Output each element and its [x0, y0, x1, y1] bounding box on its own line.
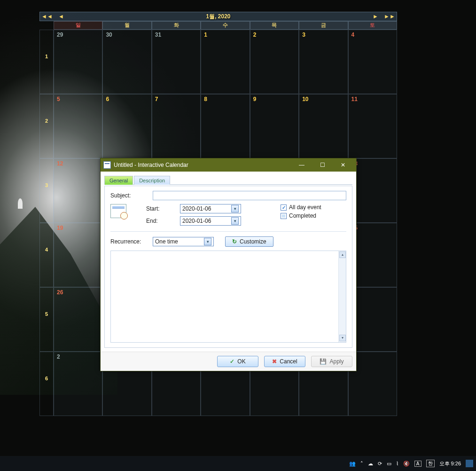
tray-people-icon[interactable]: 👥 — [349, 461, 356, 467]
dialog-titlebar[interactable]: Untitled - Interactive Calendar — ☐ ✕ — [101, 158, 356, 172]
cal-day-cell[interactable]: 7 — [152, 94, 201, 158]
ime-mode[interactable]: 한 — [426, 460, 435, 467]
notification-icon[interactable] — [466, 460, 473, 467]
cal-day-cell[interactable]: 2 — [54, 352, 102, 416]
scroll-up-icon[interactable]: ▴ — [339, 251, 346, 258]
start-date-input[interactable]: 2020-01-06 ▾ — [180, 204, 241, 213]
recurrence-list[interactable]: ▴ ▾ — [110, 251, 346, 343]
cal-dayname: 일 — [54, 21, 102, 30]
x-icon: ✖ — [272, 358, 277, 365]
scroll-down-icon[interactable]: ▾ — [339, 335, 346, 341]
scrollbar[interactable]: ▴ ▾ — [338, 251, 346, 342]
apply-button[interactable]: 💾 Apply — [311, 356, 352, 367]
tray-wifi-icon[interactable]: ⌇ — [396, 461, 398, 467]
tray-battery-icon[interactable]: ▭ — [387, 461, 391, 467]
cal-day-cell[interactable]: 6 — [102, 94, 151, 158]
dropdown-icon[interactable]: ▾ — [231, 217, 239, 225]
cal-next-button[interactable]: ► — [368, 13, 382, 20]
customize-button[interactable]: ↻ Customize — [225, 236, 273, 247]
completed-checkbox[interactable] — [281, 213, 287, 219]
calendar-icon — [110, 204, 126, 218]
end-label: End: — [146, 218, 180, 224]
end-date-input[interactable]: 2020-01-06 ▾ — [180, 216, 241, 226]
ime-lang[interactable]: A — [414, 461, 421, 467]
tab-general[interactable]: General — [104, 176, 133, 185]
cal-dayname: 목 — [250, 21, 299, 30]
recurrence-select[interactable]: One time ▾ — [153, 237, 214, 246]
cal-day-cell[interactable]: 9 — [250, 94, 299, 158]
taskbar: 👥 ˄ ☁ ⟳ ▭ ⌇ 🔇 A 한 오후 9:26 — [0, 456, 476, 471]
cal-week-number: 5 — [39, 287, 54, 352]
cal-prev-button[interactable]: ◄ — [54, 13, 68, 20]
cal-day-cell[interactable]: 8 — [201, 94, 250, 158]
cal-day-cell[interactable]: 12 — [54, 158, 102, 223]
subject-label: Subject: — [110, 192, 153, 199]
save-icon: 💾 — [320, 358, 327, 365]
tab-description[interactable]: Description — [134, 176, 170, 185]
tray-sync-icon[interactable]: ⟳ — [378, 461, 382, 467]
cal-week-number: 3 — [39, 158, 54, 223]
cal-day-cell[interactable]: 3 — [299, 30, 348, 94]
completed-label: Completed — [289, 212, 316, 219]
cal-dayname: 금 — [299, 21, 348, 30]
event-dialog: Untitled - Interactive Calendar — ☐ ✕ Ge… — [100, 158, 357, 371]
allday-label: All day event — [289, 204, 321, 211]
recurrence-label: Recurrence: — [110, 238, 153, 245]
cal-prev-fast-button[interactable]: ◄◄ — [40, 13, 54, 20]
refresh-icon: ↻ — [232, 238, 237, 245]
dialog-title: Untitled - Interactive Calendar — [114, 162, 188, 168]
cal-day-cell[interactable]: 26 — [54, 287, 102, 352]
cal-week-number: 1 — [39, 30, 54, 94]
cal-day-cell[interactable]: 4 — [348, 30, 397, 94]
cal-dayname: 월 — [102, 21, 151, 30]
tray-volume-icon[interactable]: 🔇 — [403, 461, 410, 467]
cal-title: 1월, 2020 — [68, 13, 368, 21]
dropdown-icon[interactable]: ▾ — [231, 205, 239, 212]
start-label: Start: — [146, 205, 180, 212]
cal-day-cell[interactable]: 19 — [54, 223, 102, 287]
cal-week-number: 6 — [39, 352, 54, 416]
cal-dayname: 토 — [348, 21, 397, 30]
cal-day-cell[interactable]: 31 — [152, 30, 201, 94]
cal-day-cell[interactable]: 11 — [348, 94, 397, 158]
cal-dayname: 수 — [201, 21, 250, 30]
cal-next-fast-button[interactable]: ►► — [382, 13, 397, 20]
tray-cloud-icon[interactable]: ☁ — [368, 461, 373, 467]
allday-checkbox[interactable] — [281, 204, 287, 211]
cal-week-number: 2 — [39, 94, 54, 158]
taskbar-clock[interactable]: 오후 9:26 — [439, 460, 461, 467]
ok-button[interactable]: ✓ OK — [217, 356, 258, 367]
tray-chevron-up-icon[interactable]: ˄ — [360, 461, 363, 467]
cal-day-cell[interactable]: 29 — [54, 30, 102, 94]
subject-input[interactable] — [153, 191, 346, 200]
cal-day-cell[interactable]: 10 — [299, 94, 348, 158]
cal-week-number: 4 — [39, 223, 54, 287]
cal-day-cell[interactable]: 2 — [250, 30, 299, 94]
close-button[interactable]: ✕ — [333, 158, 353, 172]
cancel-button[interactable]: ✖ Cancel — [264, 356, 305, 367]
cal-day-cell[interactable]: 1 — [201, 30, 250, 94]
cal-day-cell[interactable]: 30 — [102, 30, 151, 94]
app-icon — [103, 161, 111, 169]
cal-day-cell[interactable]: 5 — [54, 94, 102, 158]
cal-dayname: 화 — [152, 21, 201, 30]
check-icon: ✓ — [230, 358, 234, 365]
minimize-button[interactable]: — — [291, 158, 312, 172]
maximize-button[interactable]: ☐ — [312, 158, 333, 172]
dropdown-icon[interactable]: ▾ — [204, 238, 211, 245]
